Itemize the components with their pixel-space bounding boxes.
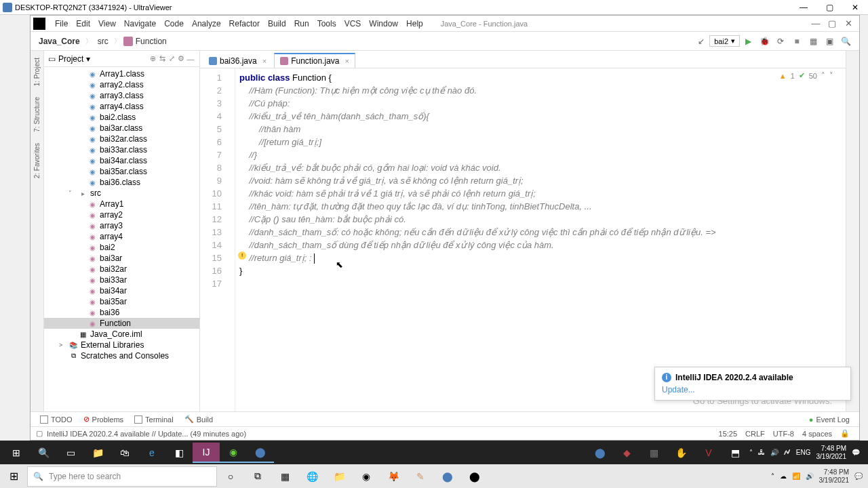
line-separator[interactable]: CRLF (741, 430, 769, 438)
app-icon[interactable]: 🦊 (380, 466, 407, 487)
menu-refactor[interactable]: Refactor (225, 19, 264, 28)
run-config-select[interactable]: bai2 ▾ (709, 35, 740, 47)
down-icon[interactable]: ˅ (829, 71, 833, 80)
remote-clock[interactable]: 7:48 PM3/19/2021 (816, 445, 847, 461)
tree-item[interactable]: >📚External Libraries (44, 340, 199, 350)
remote-start-button[interactable]: ⊞ (3, 443, 30, 463)
volume-icon[interactable]: 🔊 (806, 472, 814, 480)
tree-item[interactable]: ◉bai33ar.class (44, 144, 199, 155)
menu-vcs[interactable]: VCS (340, 19, 366, 28)
tree-item[interactable]: ◉array3.class (44, 90, 199, 101)
outer-max-button[interactable]: ▢ (819, 3, 840, 12)
hide-button[interactable]: — (186, 54, 195, 64)
tray-app-icon[interactable]: ⬒ (722, 443, 749, 463)
chevron-up-icon[interactable]: ˄ (749, 449, 753, 456)
chrome-icon[interactable]: ◉ (353, 466, 380, 487)
tree-item[interactable]: ◉bai34ar (44, 285, 199, 296)
tree-item[interactable]: ◉Function (44, 318, 199, 329)
taskview-icon[interactable]: ⧉ (244, 466, 271, 487)
update-notification[interactable]: iIntelliJ IDEA 2020.2.4 available Update… (654, 367, 851, 401)
debug-button[interactable]: 🐞 (757, 34, 772, 49)
outer-min-button[interactable]: — (793, 3, 814, 12)
tree-item[interactable]: ◉bai34ar.class (44, 155, 199, 166)
search-box[interactable]: 🔍 Type here to search (27, 466, 217, 487)
explorer-icon[interactable]: 📁 (84, 443, 111, 463)
notifications-icon[interactable]: 💬 (852, 449, 860, 456)
select-opened-button[interactable]: ⊕ (148, 54, 157, 64)
menu-window[interactable]: Window (365, 19, 402, 28)
breadcrumb-src[interactable]: src (95, 37, 111, 46)
app-icon[interactable]: ✎ (407, 466, 434, 487)
tree-item[interactable]: ◉bai32ar (44, 264, 199, 274)
ide-max-button[interactable]: ▢ (824, 18, 840, 28)
tree-item[interactable]: ◉bai33ar (44, 274, 199, 285)
breadcrumb-project[interactable]: Java_Core (36, 37, 83, 46)
tray-app-icon[interactable]: V (695, 443, 722, 463)
tree-item[interactable]: ◉bai35ar.class (44, 166, 199, 177)
collapse-all-button[interactable]: ⤢ (167, 54, 176, 64)
tree-item[interactable]: ⧉Scratches and Consoles (44, 350, 199, 361)
dropdown-icon[interactable]: ▾ (86, 54, 90, 64)
app-icon[interactable]: ◧ (165, 443, 193, 463)
tab-function[interactable]: Function.java × (274, 53, 355, 68)
layout2-button[interactable]: ▣ (822, 34, 837, 49)
tree-item[interactable]: ◉array2.class (44, 79, 199, 90)
terminal-tab[interactable]: Terminal (129, 415, 179, 424)
todo-tab[interactable]: TODO (35, 415, 78, 424)
ultraviewer-icon[interactable]: ⬤ (247, 443, 274, 463)
breadcrumb-file[interactable]: Function (133, 37, 170, 46)
close-icon[interactable]: × (345, 57, 349, 65)
notification-link[interactable]: Update... (662, 385, 844, 394)
project-tool-tab[interactable]: 1: Project (32, 54, 42, 90)
favorites-tool-tab[interactable]: 2: Favorites (32, 139, 42, 182)
lang-indicator[interactable]: ENG (796, 449, 811, 456)
cortana-icon[interactable]: ○ (217, 466, 244, 487)
tree-item[interactable]: ◉bai36.class (44, 177, 199, 188)
ide-min-button[interactable]: — (808, 18, 824, 28)
menu-code[interactable]: Code (160, 19, 188, 28)
menu-build[interactable]: Build (264, 19, 290, 28)
tray-app-icon[interactable]: ◆ (614, 443, 641, 463)
tree-item[interactable]: ◉bai3ar (44, 253, 199, 264)
tray-app-icon[interactable]: ⬤ (587, 443, 614, 463)
tree-item[interactable]: ◉Array1.class (44, 68, 199, 79)
tab-bai36[interactable]: bai36.java × (203, 54, 273, 68)
intellij-taskbar-icon[interactable]: IJ (193, 443, 220, 463)
structure-tool-tab[interactable]: 7: Structure (32, 93, 42, 136)
wifi-icon[interactable]: 📶 (792, 472, 800, 480)
remote-taskview-button[interactable]: ▭ (57, 443, 84, 463)
expand-all-button[interactable]: ⇆ (157, 54, 167, 64)
caret-position[interactable]: 15:25 (715, 430, 742, 438)
app-icon[interactable]: ▦ (271, 466, 298, 487)
file-encoding[interactable]: UTF-8 (769, 430, 798, 438)
menu-analyze[interactable]: Analyze (188, 19, 225, 28)
menu-run[interactable]: Run (290, 19, 313, 28)
local-start-button[interactable]: ⊞ (0, 464, 27, 488)
tree-item[interactable]: ◉bai36 (44, 307, 199, 318)
code-content[interactable]: public class Function { //Hàm (Function)… (235, 68, 846, 411)
menu-tools[interactable]: Tools (313, 19, 340, 28)
store-icon[interactable]: 🛍 (111, 443, 138, 463)
tree-item[interactable]: ▦Java_Core.iml (44, 329, 199, 340)
menu-navigate[interactable]: Navigate (120, 19, 160, 28)
remote-search-button[interactable]: 🔍 (30, 443, 57, 463)
indent-info[interactable]: 4 spaces (798, 430, 836, 438)
project-tree[interactable]: ◉Array1.class◉array2.class◉array3.class◉… (44, 67, 199, 411)
obs-icon[interactable]: ⬤ (461, 466, 488, 487)
code-editor[interactable]: 1234567891011121314151617 public class F… (200, 68, 846, 411)
edge-icon[interactable]: e (138, 443, 165, 463)
tree-item[interactable]: ◉bai3ar.class (44, 123, 199, 134)
tree-item[interactable]: ◉array2 (44, 209, 199, 220)
ide-close-button[interactable]: ✕ (840, 18, 856, 28)
local-clock[interactable]: 7:48 PM3/19/2021 (819, 468, 850, 485)
ultraviewer-taskbar-icon[interactable]: ⬤ (434, 466, 461, 487)
back-button[interactable]: ↙ (694, 34, 709, 49)
status-message[interactable]: IntelliJ IDEA 2020.2.4 available // Upda… (43, 430, 250, 438)
chevron-up-icon[interactable]: ˄ (771, 472, 774, 480)
settings-icon[interactable]: ⚙ (176, 54, 186, 64)
tree-item[interactable]: ◉bai35ar (44, 296, 199, 307)
tree-item[interactable]: ◉array3 (44, 220, 199, 231)
tree-item[interactable]: ◉array4 (44, 231, 199, 242)
tree-item[interactable]: ◉bai32ar.class (44, 134, 199, 144)
tree-item[interactable]: ◉bai2 (44, 242, 199, 253)
